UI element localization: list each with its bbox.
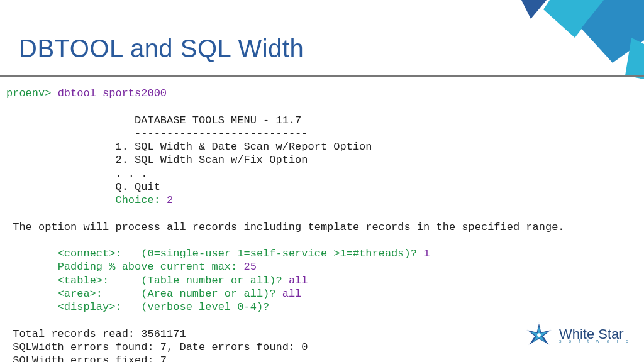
corner-decor (487, 0, 644, 82)
title-separator (0, 75, 644, 77)
padding-value: 25 (243, 261, 256, 273)
area-label: <area>: (Area number or all)? (58, 288, 276, 300)
menu-header: DATABASE TOOLS MENU - 11.7 (135, 114, 301, 126)
description: The option will process all records incl… (13, 221, 564, 233)
menu-item-1: 1. SQL Width & Date Scan w/Report Option (115, 141, 372, 153)
slide-title: DBTOOL and SQL Width (19, 35, 304, 63)
choice-label: Choice: (115, 194, 160, 206)
svg-point-7 (537, 333, 541, 337)
menu-separator: --------------------------- (135, 128, 308, 140)
connect-label: <connect>: (0=single-user 1=self-service… (58, 248, 417, 260)
menu-quit: Q. Quit (115, 181, 160, 193)
menu-ellipsis: . . . (115, 168, 147, 180)
display-label: <display>: (verbose level 0-4)? (58, 301, 270, 313)
prompt: proenv> (6, 87, 51, 99)
totals-line-3: SQLWidth errors fixed: 7 (13, 354, 167, 362)
logo-text: White Star s o f t w a r e (559, 328, 631, 343)
star-icon (524, 321, 554, 351)
footer-logo: White Star s o f t w a r e (524, 321, 631, 351)
table-value: all (289, 275, 308, 287)
totals-line-1: Total records read: 3561171 (13, 328, 186, 340)
menu-item-2: 2. SQL Width Scan w/Fix Option (115, 154, 308, 166)
table-label: <table>: (Table number or all)? (58, 275, 282, 287)
padding-label: Padding % above current max: (58, 261, 238, 273)
area-value: all (282, 288, 302, 300)
totals-line-2: SQLWidth errors found: 7, Date errors fo… (13, 341, 308, 353)
command: dbtool sports2000 (58, 87, 167, 99)
connect-value: 1 (423, 248, 430, 260)
logo-subtext: s o f t w a r e (559, 339, 631, 343)
choice-value: 2 (167, 194, 173, 206)
terminal-output: proenv> dbtool sports2000 DATABASE TOOLS… (6, 87, 565, 362)
